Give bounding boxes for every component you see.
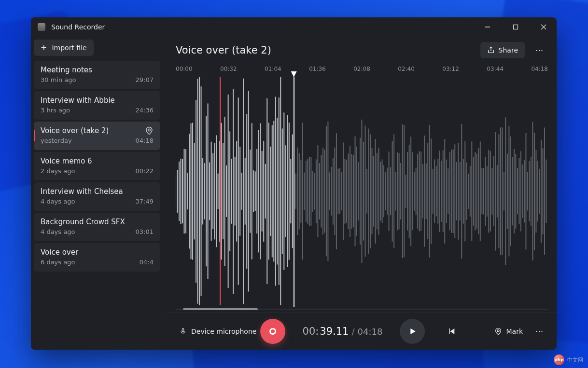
total-time: 04:18 [358,327,383,337]
play-icon [408,327,417,336]
main-panel: Voice over (take 2) Share ⋯ 00:0000:3201… [165,37,557,350]
recording-item-title: Interview with Chelsea [41,187,154,196]
svg-rect-225 [182,328,184,332]
recording-item-duration: 29:07 [136,76,154,83]
mark-icon [494,327,502,335]
watermark-text: 中文网 [567,356,583,364]
timeline-tick: 02:08 [353,66,370,72]
recording-item-meta: 30 min ago29:07 [41,76,154,83]
recording-item[interactable]: Meeting notes30 min ago29:07 [34,61,160,89]
recording-item-duration: 04:18 [136,137,154,144]
right-controls: Mark ⋯ [489,323,548,340]
sidebar: + Import file Meeting notes30 min ago29:… [31,37,165,350]
recording-item-duration: 03:01 [136,228,154,235]
waveform-canvas[interactable] [176,77,548,305]
title-bar: Sound Recorder [31,17,557,37]
import-file-label: Import file [52,44,86,52]
svg-point-230 [497,329,499,331]
timeline-tick: 01:04 [265,66,281,72]
recording-item-duration: 04:4 [140,259,154,266]
recording-item-duration: 24:36 [136,107,154,114]
watermark-logo: php [554,354,564,365]
location-icon [145,126,154,135]
skip-back-icon [448,327,456,336]
recording-item-age: 2 days ago [41,167,75,175]
recording-item-age: 6 days ago [41,259,75,266]
record-button[interactable] [260,319,285,344]
timeline-tick: 04:18 [531,66,548,72]
timeline-tick: 02:40 [398,66,415,72]
maximize-icon [513,24,518,30]
time-display: 00:39.11 / 04:18 [303,326,383,337]
recording-item-title: Meeting notes [41,66,154,74]
record-icon [269,328,276,335]
recording-item-duration: 00:22 [136,167,154,175]
recording-item-title: Voice over [41,248,154,257]
horizontal-scrollbar[interactable] [176,306,548,312]
recording-item[interactable]: Interview with Abbie3 hrs ago24:36 [34,91,160,120]
current-time-seconds: 39.11 [320,326,349,337]
waveform-area: 00:0000:3201:0401:3602:0802:4003:1203:44… [176,64,548,312]
center-controls: 00:39.11 / 04:18 [260,319,462,344]
device-selector[interactable]: Device microphone [174,323,272,340]
timeline-tick: 01:36 [309,66,326,72]
recording-item-meta: 4 days ago03:01 [41,228,154,235]
recording-item[interactable]: Voice over6 days ago04:4 [34,243,160,272]
timeline-tick: 00:00 [176,66,193,72]
recording-item[interactable]: Voice over (take 2)yesterday04:18 [34,122,160,150]
recording-item-age: yesterday [41,137,72,144]
microphone-icon [180,328,186,335]
recording-item[interactable]: Interview with Chelsea4 days ago37:49 [34,182,160,211]
watermark: php 中文网 [554,354,583,365]
recording-item[interactable]: Voice memo 62 days ago00:22 [34,152,160,180]
recording-item-meta: 4 days ago37:49 [41,198,154,205]
mark-button[interactable]: Mark [489,323,529,340]
recording-item-title: Voice memo 6 [41,157,154,165]
recording-item-duration: 37:49 [136,198,154,205]
recording-item-title: Voice over (take 2) [41,126,154,135]
recording-item-meta: yesterday04:18 [41,137,154,144]
recording-item-age: 3 hrs ago [41,107,70,114]
playhead[interactable] [294,77,294,307]
main-header: Voice over (take 2) Share ⋯ [165,37,557,64]
timeline-tick: 03:12 [442,66,459,72]
share-button[interactable]: Share [480,42,525,58]
mark-label: Mark [506,327,523,335]
time-separator: / [351,327,354,337]
maximize-button[interactable] [504,17,527,37]
close-button[interactable] [532,17,555,37]
recordings-list[interactable]: Meeting notes30 min ago29:07Interview wi… [34,61,163,347]
svg-marker-228 [450,328,455,334]
svg-rect-1 [514,25,518,29]
app-window: Sound Recorder + Import file Meeting not… [31,17,557,350]
share-icon [487,46,495,54]
marker-indicator[interactable] [220,77,221,305]
recording-item-age: 4 days ago [41,228,75,235]
skip-back-button[interactable] [442,322,462,341]
share-label: Share [499,46,518,54]
svg-rect-229 [449,328,450,334]
minimize-button[interactable] [476,17,499,37]
minimize-icon [485,24,490,30]
scrollbar-thumb[interactable] [183,308,257,310]
recording-item[interactable]: Background Crowd SFX4 days ago03:01 [34,213,160,241]
playback-controls: Device microphone 00:39.11 / 04:18 [165,312,557,350]
recording-item-title: Interview with Abbie [41,96,154,105]
recording-item-meta: 6 days ago04:4 [41,259,154,266]
recording-item-age: 4 days ago [41,198,75,205]
recording-item-age: 30 min ago [41,76,76,83]
app-icon [38,23,45,31]
play-button[interactable] [400,319,425,344]
timeline-ruler[interactable]: 00:0000:3201:0401:3602:0802:4003:1203:44… [176,64,548,77]
import-file-button[interactable]: + Import file [34,40,94,56]
more-icon: ⋯ [535,46,543,55]
recording-item-title: Background Crowd SFX [41,218,154,226]
device-label: Device microphone [191,327,256,335]
svg-point-4 [148,129,151,131]
app-title: Sound Recorder [51,23,105,31]
timeline-tick: 00:32 [220,66,237,72]
current-time-prefix: 00: [303,326,319,337]
waveform-svg [176,77,548,305]
more-controls-button[interactable]: ⋯ [531,323,548,340]
more-options-button[interactable]: ⋯ [531,42,548,58]
